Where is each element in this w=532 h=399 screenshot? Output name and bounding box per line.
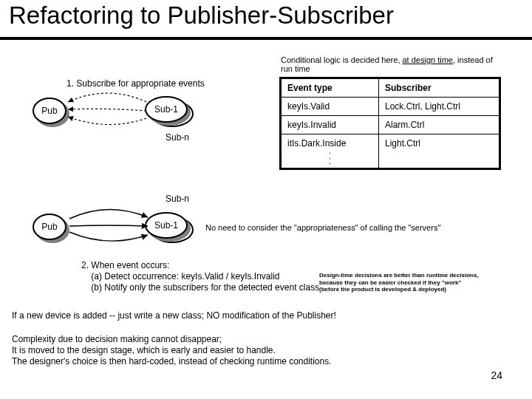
td: keyIs.Invalid: [281, 116, 379, 134]
table-row: keyIs.Invalid Alarm.Ctrl: [281, 116, 500, 134]
cond-note-a: Conditional logic is decided here,: [281, 55, 403, 64]
subscribe-arrows: [64, 87, 152, 133]
td: itIs.Dark.Inside ...: [281, 134, 379, 169]
td: keyIs.Valid: [281, 98, 379, 116]
complexity-block: Complexity due to decision making cannot…: [12, 334, 332, 367]
subn-label-top: Sub-n: [166, 132, 189, 143]
subn-label-bot: Sub-n: [166, 194, 189, 204]
th-subscriber: Subscriber: [379, 78, 500, 98]
td: Alarm.Ctrl: [379, 116, 500, 134]
title-rule: [0, 37, 532, 40]
dots: ...: [287, 149, 372, 164]
pub-top: Pub: [33, 98, 66, 124]
cx-l2: It is moved to the design stage, which i…: [12, 345, 332, 356]
cx-l1: Complexity due to decision making cannot…: [12, 334, 332, 345]
conditional-note: Conditional logic is decided here, at de…: [281, 55, 502, 73]
notify-arrows: [64, 202, 152, 248]
step-2-block: 2. When event occurs: (a) Detect occurre…: [81, 260, 319, 293]
cond-note-b: at design time: [403, 55, 453, 64]
td-text: itIs.Dark.Inside: [287, 138, 346, 149]
th-event: Event type: [281, 78, 379, 98]
step2-l3: (b) Notify only the subscribers for the …: [81, 282, 319, 293]
step2-l2: (a) Detect occurrence: keyIs.Valid / key…: [81, 271, 319, 282]
page-title: Refactoring to Publisher-Subscriber: [9, 1, 394, 30]
dn-l2: because they can be easier checked if th…: [319, 279, 511, 287]
table-row: itIs.Dark.Inside ... Light.Ctrl: [281, 134, 500, 169]
table-row: keyIs.Valid Lock.Ctrl, Light.Ctrl: [281, 98, 500, 116]
page-number: 24: [491, 369, 502, 381]
event-table: Event type Subscriber keyIs.Valid Lock.C…: [279, 77, 501, 170]
pub-bot: Pub: [33, 214, 66, 240]
td: Light.Ctrl: [379, 134, 500, 169]
dn-l1: Design-time decisions are better than ru…: [319, 272, 511, 279]
td: Lock.Ctrl, Light.Ctrl: [379, 98, 500, 116]
step2-l1: 2. When event occurs:: [81, 260, 319, 271]
if-new-device: If a new device is added -- just write a…: [12, 310, 336, 321]
no-need-note: No need to consider the "appropriateness…: [205, 223, 440, 232]
cx-l3: The designer's choice is then hard-coded…: [12, 356, 332, 367]
dn-l3: (before the product is developed & deplo…: [319, 286, 511, 293]
design-note: Design-time decisions are better than ru…: [319, 272, 511, 293]
